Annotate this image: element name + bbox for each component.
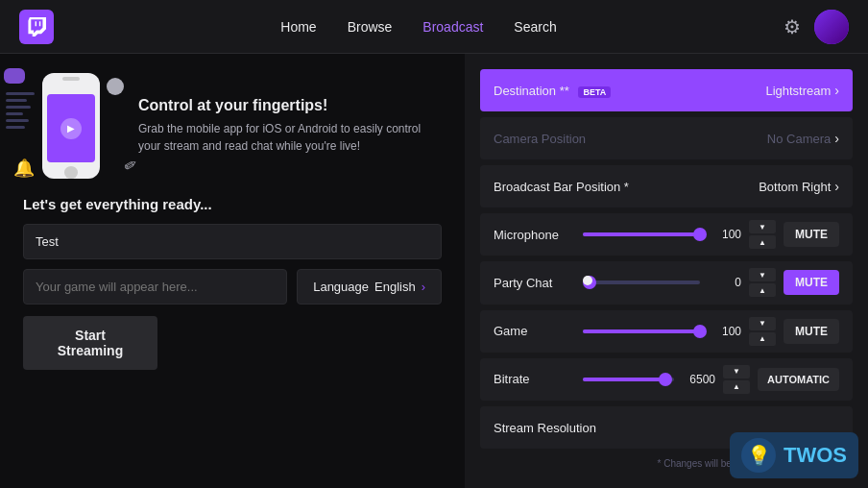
microphone-down-button[interactable]: ▼ bbox=[749, 220, 776, 233]
destination-label-text: Destination ** bbox=[494, 84, 569, 98]
party-chat-down-button[interactable]: ▼ bbox=[749, 268, 776, 281]
promo-title: Control at your fingertips! bbox=[138, 97, 442, 114]
camera-position-row[interactable]: Camera Position No Camera › bbox=[480, 117, 853, 159]
game-slider-fill bbox=[583, 329, 700, 333]
destination-chevron-icon: › bbox=[834, 83, 839, 98]
party-chat-mute-button[interactable]: MUTE bbox=[784, 270, 839, 295]
microphone-up-button[interactable]: ▲ bbox=[749, 235, 776, 249]
game-mute-button[interactable]: MUTE bbox=[784, 319, 839, 344]
game-up-button[interactable]: ▲ bbox=[749, 332, 776, 346]
destination-label: Destination ** BETA bbox=[494, 84, 765, 98]
microphone-value: 100 bbox=[708, 228, 741, 241]
header-right: ⚙ bbox=[784, 10, 849, 44]
party-chat-slider-thumb[interactable] bbox=[583, 276, 596, 289]
party-chat-value: 0 bbox=[708, 276, 741, 289]
phone-notch bbox=[62, 77, 80, 81]
bubble-icon bbox=[4, 68, 25, 84]
party-chat-row: Party Chat 0 ▼ ▲ MUTE bbox=[480, 261, 853, 304]
twos-logo-icon: 💡 bbox=[741, 438, 776, 473]
party-chat-up-button[interactable]: ▲ bbox=[749, 283, 776, 297]
microphone-mute-button[interactable]: MUTE bbox=[784, 222, 839, 247]
bitrate-controls: ▼ ▲ bbox=[723, 365, 750, 394]
stream-name-input[interactable] bbox=[23, 224, 442, 259]
destination-row[interactable]: Destination ** BETA Lightstream › bbox=[480, 69, 853, 111]
destination-value: Lightstream › bbox=[765, 83, 839, 98]
nav-browse[interactable]: Browse bbox=[348, 19, 393, 35]
bitrate-row: Bitrate 6500 ▼ ▲ AUTOMATIC bbox=[480, 358, 853, 401]
right-panel: Destination ** BETA Lightstream › Camera… bbox=[465, 54, 868, 488]
microphone-slider-fill bbox=[583, 232, 700, 236]
bell-icon: 🔔 bbox=[13, 158, 35, 179]
phone-body: ▶ bbox=[42, 73, 100, 179]
game-input[interactable] bbox=[23, 269, 287, 305]
main-content: 🔔 ✏ ▶ Control at your fingertips! Grab t… bbox=[0, 54, 868, 488]
broadcast-bar-value: Bottom Right › bbox=[759, 179, 839, 194]
start-streaming-button[interactable]: Start Streaming bbox=[23, 316, 157, 370]
nav-search[interactable]: Search bbox=[514, 19, 556, 35]
broadcast-bar-label: Broadcast Bar Position * bbox=[494, 180, 759, 194]
nav-home[interactable]: Home bbox=[280, 19, 316, 35]
twos-brand-text: TWOS bbox=[784, 443, 847, 468]
bitrate-slider-track[interactable] bbox=[583, 378, 674, 381]
language-arrow-icon: › bbox=[422, 280, 425, 294]
camera-chevron-icon: › bbox=[834, 131, 839, 146]
main-nav: Home Browse Broadcast Search bbox=[280, 19, 556, 35]
party-chat-label: Party Chat bbox=[494, 276, 575, 290]
language-label: Language bbox=[313, 280, 369, 294]
phone-home-btn bbox=[64, 166, 78, 179]
game-down-button[interactable]: ▼ bbox=[749, 317, 776, 330]
broadcast-bar-chevron-icon: › bbox=[834, 179, 839, 194]
bottom-row: Language English › bbox=[23, 269, 442, 305]
game-audio-label: Game bbox=[494, 324, 575, 338]
game-slider-track[interactable] bbox=[583, 329, 700, 333]
bitrate-up-button[interactable]: ▲ bbox=[723, 380, 750, 394]
avatar[interactable] bbox=[814, 10, 849, 44]
party-chat-slider-track[interactable] bbox=[583, 281, 700, 284]
bitrate-down-button[interactable]: ▼ bbox=[723, 365, 750, 378]
twitch-logo[interactable] bbox=[19, 10, 54, 44]
section-title: Let's get everything ready... bbox=[23, 196, 442, 212]
phone-visual: 🔔 ✏ ▶ bbox=[23, 73, 119, 179]
left-panel: 🔔 ✏ ▶ Control at your fingertips! Grab t… bbox=[0, 54, 465, 488]
microphone-slider-thumb[interactable] bbox=[693, 228, 707, 241]
game-slider-thumb[interactable] bbox=[693, 325, 707, 338]
bitrate-slider-fill bbox=[583, 378, 665, 381]
microphone-label: Microphone bbox=[494, 228, 575, 242]
bitrate-auto-button[interactable]: AUTOMATIC bbox=[758, 368, 839, 391]
camera-value-text: No Camera bbox=[767, 132, 831, 146]
bitrate-value: 6500 bbox=[682, 373, 715, 386]
language-value: English bbox=[374, 280, 416, 294]
promo-description: Grab the mobile app for iOS or Android t… bbox=[138, 120, 442, 155]
game-controls: ▼ ▲ bbox=[749, 317, 776, 346]
promo-card: 🔔 ✏ ▶ Control at your fingertips! Grab t… bbox=[23, 73, 442, 179]
play-button-icon: ▶ bbox=[60, 118, 82, 139]
bitrate-slider-thumb[interactable] bbox=[659, 373, 672, 386]
destination-value-text: Lightstream bbox=[765, 84, 831, 98]
pencil-icon: ✏ bbox=[120, 154, 140, 176]
nav-broadcast[interactable]: Broadcast bbox=[422, 19, 483, 35]
decorative-lines bbox=[6, 92, 35, 129]
camera-value: No Camera › bbox=[767, 131, 839, 146]
promo-text: Control at your fingertips! Grab the mob… bbox=[138, 97, 442, 155]
game-value: 100 bbox=[708, 325, 741, 338]
settings-icon[interactable]: ⚙ bbox=[784, 15, 801, 38]
broadcast-bar-row[interactable]: Broadcast Bar Position * Bottom Right › bbox=[480, 165, 853, 207]
party-chat-controls: ▼ ▲ bbox=[749, 268, 776, 297]
language-button[interactable]: Language English › bbox=[297, 269, 442, 305]
twos-watermark: 💡 TWOS bbox=[730, 432, 858, 478]
microphone-row: Microphone 100 ▼ ▲ MUTE bbox=[480, 213, 853, 256]
game-audio-row: Game 100 ▼ ▲ MUTE bbox=[480, 310, 853, 353]
circle-badge bbox=[107, 78, 124, 95]
broadcast-bar-value-text: Bottom Right bbox=[759, 180, 831, 194]
bitrate-label: Bitrate bbox=[494, 372, 575, 386]
microphone-slider-track[interactable] bbox=[583, 232, 700, 236]
camera-label: Camera Position bbox=[494, 132, 767, 146]
microphone-controls: ▼ ▲ bbox=[749, 220, 776, 249]
header: Home Browse Broadcast Search ⚙ bbox=[0, 0, 868, 54]
phone-screen: ▶ bbox=[47, 94, 95, 163]
beta-badge: BETA bbox=[578, 86, 611, 98]
